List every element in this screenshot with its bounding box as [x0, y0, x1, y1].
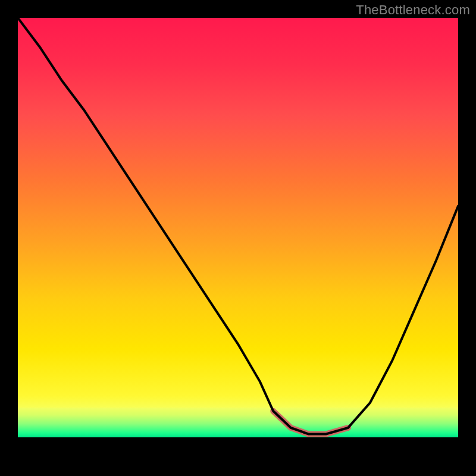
plot-area [18, 18, 458, 458]
chart-frame: TheBottleneck.com [0, 0, 476, 476]
attribution-text: TheBottleneck.com [356, 2, 470, 18]
bottleneck-curve [18, 18, 458, 434]
curve-svg [18, 18, 458, 458]
